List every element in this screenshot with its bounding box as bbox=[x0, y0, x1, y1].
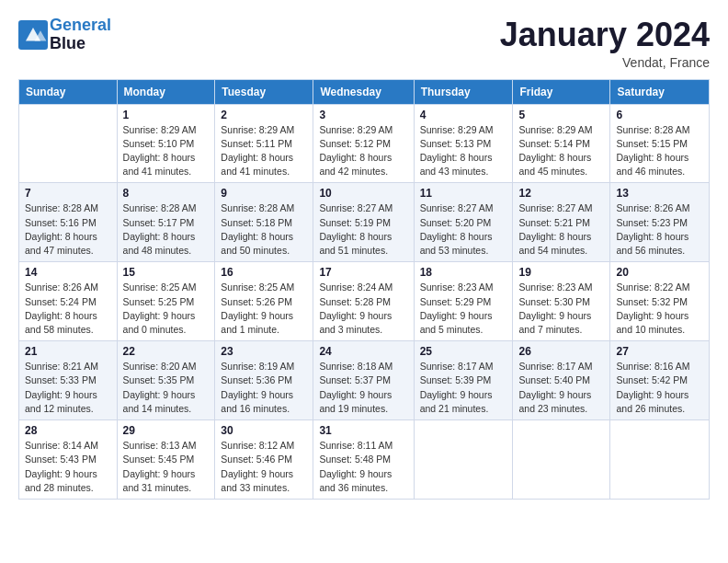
title-block: January 2024 Vendat, France bbox=[500, 17, 710, 70]
day-number: 22 bbox=[123, 345, 210, 358]
day-info: Sunrise: 8:25 AMSunset: 5:25 PMDaylight:… bbox=[123, 281, 210, 337]
calendar-cell: 22Sunrise: 8:20 AMSunset: 5:35 PMDayligh… bbox=[117, 341, 215, 420]
calendar-cell: 24Sunrise: 8:18 AMSunset: 5:37 PMDayligh… bbox=[313, 341, 414, 420]
day-info: Sunrise: 8:17 AMSunset: 5:39 PMDaylight:… bbox=[420, 360, 507, 416]
logo-blue: Blue bbox=[50, 35, 111, 53]
day-number: 19 bbox=[518, 266, 604, 279]
day-number: 10 bbox=[319, 187, 407, 200]
calendar-cell: 19Sunrise: 8:23 AMSunset: 5:30 PMDayligh… bbox=[513, 262, 610, 341]
calendar-page: General Blue January 2024 Vendat, France… bbox=[0, 0, 728, 563]
day-number: 15 bbox=[123, 266, 210, 279]
day-number: 13 bbox=[616, 187, 703, 200]
day-number: 17 bbox=[319, 266, 407, 279]
header: General Blue January 2024 Vendat, France bbox=[18, 17, 710, 70]
day-number: 21 bbox=[25, 345, 111, 358]
day-info: Sunrise: 8:14 AMSunset: 5:43 PMDaylight:… bbox=[25, 439, 111, 495]
logo-icon bbox=[18, 20, 48, 50]
day-info: Sunrise: 8:18 AMSunset: 5:37 PMDaylight:… bbox=[319, 360, 407, 416]
day-number: 1 bbox=[123, 109, 210, 121]
day-number: 27 bbox=[616, 345, 703, 358]
logo: General Blue bbox=[18, 17, 111, 53]
day-number: 2 bbox=[221, 109, 307, 121]
calendar-cell: 18Sunrise: 8:23 AMSunset: 5:29 PMDayligh… bbox=[414, 262, 513, 341]
day-info: Sunrise: 8:29 AMSunset: 5:14 PMDaylight:… bbox=[518, 123, 604, 179]
calendar-week-row: 7Sunrise: 8:28 AMSunset: 5:16 PMDaylight… bbox=[19, 183, 710, 262]
month-title: January 2024 bbox=[500, 17, 710, 53]
day-info: Sunrise: 8:28 AMSunset: 5:16 PMDaylight:… bbox=[25, 201, 111, 258]
weekday-header-row: SundayMondayTuesdayWednesdayThursdayFrid… bbox=[19, 79, 710, 104]
day-info: Sunrise: 8:29 AMSunset: 5:13 PMDaylight:… bbox=[420, 123, 507, 179]
location: Vendat, France bbox=[500, 55, 710, 70]
calendar-week-row: 1Sunrise: 8:29 AMSunset: 5:10 PMDaylight… bbox=[19, 104, 710, 183]
day-info: Sunrise: 8:12 AMSunset: 5:46 PMDaylight:… bbox=[221, 439, 307, 495]
day-info: Sunrise: 8:28 AMSunset: 5:15 PMDaylight:… bbox=[616, 123, 703, 179]
weekday-header-thursday: Thursday bbox=[414, 79, 513, 104]
day-number: 14 bbox=[25, 266, 111, 279]
day-number: 24 bbox=[319, 345, 407, 358]
calendar-cell: 31Sunrise: 8:11 AMSunset: 5:48 PMDayligh… bbox=[313, 420, 414, 500]
calendar-cell: 26Sunrise: 8:17 AMSunset: 5:40 PMDayligh… bbox=[513, 341, 610, 420]
weekday-header-monday: Monday bbox=[117, 79, 215, 104]
day-info: Sunrise: 8:27 AMSunset: 5:19 PMDaylight:… bbox=[319, 201, 407, 258]
day-info: Sunrise: 8:27 AMSunset: 5:20 PMDaylight:… bbox=[420, 201, 507, 258]
day-info: Sunrise: 8:23 AMSunset: 5:29 PMDaylight:… bbox=[420, 281, 507, 337]
calendar-cell: 12Sunrise: 8:27 AMSunset: 5:21 PMDayligh… bbox=[513, 183, 610, 262]
day-number: 30 bbox=[221, 424, 307, 437]
day-number: 3 bbox=[319, 109, 407, 121]
calendar-cell: 16Sunrise: 8:25 AMSunset: 5:26 PMDayligh… bbox=[215, 262, 313, 341]
day-number: 6 bbox=[616, 109, 703, 121]
calendar-cell: 6Sunrise: 8:28 AMSunset: 5:15 PMDaylight… bbox=[610, 104, 710, 183]
day-number: 8 bbox=[123, 187, 210, 200]
calendar-cell: 15Sunrise: 8:25 AMSunset: 5:25 PMDayligh… bbox=[117, 262, 215, 341]
day-info: Sunrise: 8:16 AMSunset: 5:42 PMDaylight:… bbox=[616, 360, 703, 416]
calendar-cell: 13Sunrise: 8:26 AMSunset: 5:23 PMDayligh… bbox=[610, 183, 710, 262]
day-info: Sunrise: 8:23 AMSunset: 5:30 PMDaylight:… bbox=[518, 281, 604, 337]
day-info: Sunrise: 8:29 AMSunset: 5:12 PMDaylight:… bbox=[319, 123, 407, 179]
calendar-cell: 11Sunrise: 8:27 AMSunset: 5:20 PMDayligh… bbox=[414, 183, 513, 262]
day-info: Sunrise: 8:24 AMSunset: 5:28 PMDaylight:… bbox=[319, 281, 407, 337]
day-number: 5 bbox=[518, 109, 604, 121]
calendar-cell bbox=[19, 104, 118, 183]
calendar-cell: 4Sunrise: 8:29 AMSunset: 5:13 PMDaylight… bbox=[414, 104, 513, 183]
calendar-cell: 30Sunrise: 8:12 AMSunset: 5:46 PMDayligh… bbox=[215, 420, 313, 500]
day-info: Sunrise: 8:29 AMSunset: 5:10 PMDaylight:… bbox=[123, 123, 210, 179]
day-number: 25 bbox=[420, 345, 507, 358]
day-number: 28 bbox=[25, 424, 111, 437]
logo-general: General bbox=[50, 16, 111, 34]
weekday-header-sunday: Sunday bbox=[19, 79, 118, 104]
calendar-week-row: 21Sunrise: 8:21 AMSunset: 5:33 PMDayligh… bbox=[19, 341, 710, 420]
day-info: Sunrise: 8:28 AMSunset: 5:17 PMDaylight:… bbox=[123, 201, 210, 258]
day-number: 20 bbox=[616, 266, 703, 279]
day-info: Sunrise: 8:19 AMSunset: 5:36 PMDaylight:… bbox=[221, 360, 307, 416]
day-info: Sunrise: 8:29 AMSunset: 5:11 PMDaylight:… bbox=[221, 123, 307, 179]
calendar-cell: 25Sunrise: 8:17 AMSunset: 5:39 PMDayligh… bbox=[414, 341, 513, 420]
day-number: 16 bbox=[221, 266, 307, 279]
calendar-week-row: 14Sunrise: 8:26 AMSunset: 5:24 PMDayligh… bbox=[19, 262, 710, 341]
calendar-cell: 2Sunrise: 8:29 AMSunset: 5:11 PMDaylight… bbox=[215, 104, 313, 183]
calendar-table: SundayMondayTuesdayWednesdayThursdayFrid… bbox=[18, 79, 710, 500]
day-info: Sunrise: 8:13 AMSunset: 5:45 PMDaylight:… bbox=[123, 439, 210, 495]
day-number: 12 bbox=[518, 187, 604, 200]
day-info: Sunrise: 8:17 AMSunset: 5:40 PMDaylight:… bbox=[518, 360, 604, 416]
calendar-cell: 27Sunrise: 8:16 AMSunset: 5:42 PMDayligh… bbox=[610, 341, 710, 420]
weekday-header-tuesday: Tuesday bbox=[215, 79, 313, 104]
day-number: 31 bbox=[319, 424, 407, 437]
day-info: Sunrise: 8:11 AMSunset: 5:48 PMDaylight:… bbox=[319, 439, 407, 495]
day-number: 7 bbox=[25, 187, 111, 200]
calendar-cell: 10Sunrise: 8:27 AMSunset: 5:19 PMDayligh… bbox=[313, 183, 414, 262]
day-info: Sunrise: 8:27 AMSunset: 5:21 PMDaylight:… bbox=[518, 201, 604, 258]
day-number: 18 bbox=[420, 266, 507, 279]
calendar-cell: 23Sunrise: 8:19 AMSunset: 5:36 PMDayligh… bbox=[215, 341, 313, 420]
day-number: 29 bbox=[123, 424, 210, 437]
calendar-cell: 5Sunrise: 8:29 AMSunset: 5:14 PMDaylight… bbox=[513, 104, 610, 183]
calendar-cell: 9Sunrise: 8:28 AMSunset: 5:18 PMDaylight… bbox=[215, 183, 313, 262]
calendar-cell bbox=[513, 420, 610, 500]
calendar-cell: 8Sunrise: 8:28 AMSunset: 5:17 PMDaylight… bbox=[117, 183, 215, 262]
day-number: 11 bbox=[420, 187, 507, 200]
weekday-header-saturday: Saturday bbox=[610, 79, 710, 104]
calendar-cell: 29Sunrise: 8:13 AMSunset: 5:45 PMDayligh… bbox=[117, 420, 215, 500]
day-info: Sunrise: 8:26 AMSunset: 5:24 PMDaylight:… bbox=[25, 281, 111, 337]
day-number: 9 bbox=[221, 187, 307, 200]
weekday-header-wednesday: Wednesday bbox=[313, 79, 414, 104]
calendar-cell: 21Sunrise: 8:21 AMSunset: 5:33 PMDayligh… bbox=[19, 341, 118, 420]
